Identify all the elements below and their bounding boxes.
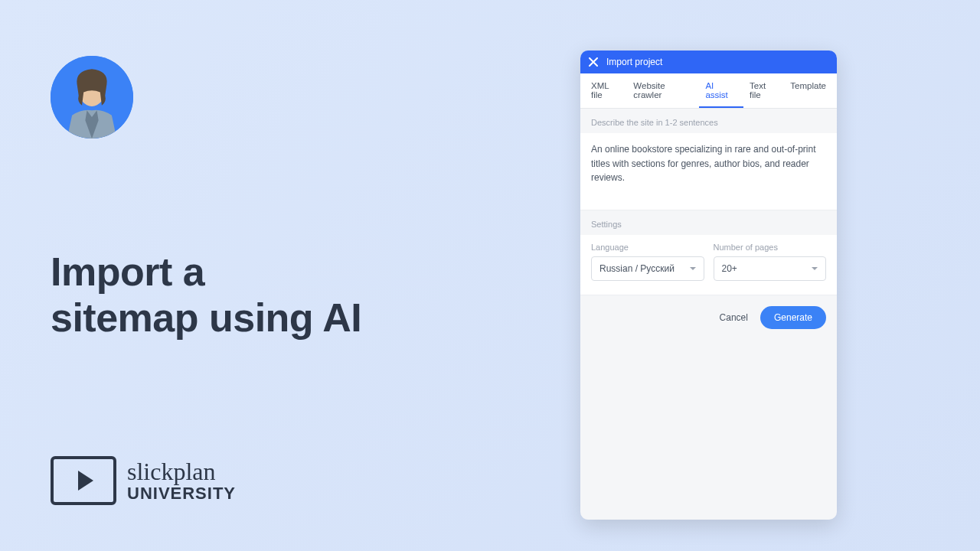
language-label: Language [591,243,704,252]
language-value: Russian / Русский [599,263,675,274]
modal-actions: Cancel Generate [580,295,837,340]
pages-value: 20+ [722,263,737,274]
pages-field: Number of pages 20+ [714,243,827,281]
brand-name: slickplan [127,459,236,484]
import-project-modal: Import project XML file Website crawler … [580,51,837,520]
modal-title: Import project [606,57,662,67]
tab-xml-file[interactable]: XML file [585,73,627,108]
language-select[interactable]: Russian / Русский [591,256,704,281]
play-icon [78,471,93,491]
settings-label: Settings [580,210,837,235]
page-title: Import asitemap using AI [51,249,361,341]
avatar-illustration [51,56,133,139]
close-icon[interactable] [588,57,599,67]
describe-label: Describe the site in 1-2 sentences [580,109,837,133]
brand-subtitle: UNIVERSITY [127,485,236,502]
generate-button[interactable]: Generate [760,306,826,329]
language-field: Language Russian / Русский [591,243,704,281]
settings-panel: Language Russian / Русский Number of pag… [580,235,837,295]
import-tabs: XML file Website crawler AI assist Text … [580,73,837,109]
pages-select[interactable]: 20+ [714,256,827,281]
tab-website-crawler[interactable]: Website crawler [627,73,699,108]
presenter-avatar [51,56,133,139]
site-description-input[interactable]: An online bookstore specializing in rare… [580,133,837,210]
chevron-down-icon [812,267,818,270]
modal-header: Import project [580,51,837,73]
book-play-icon [51,456,116,505]
brand-logo: slickplan UNIVERSITY [51,456,236,505]
pages-label: Number of pages [714,243,827,252]
tab-template[interactable]: Template [784,73,832,108]
chevron-down-icon [690,267,696,270]
tab-text-file[interactable]: Text file [743,73,784,108]
tab-ai-assist[interactable]: AI assist [699,73,743,108]
cancel-button[interactable]: Cancel [720,312,748,323]
